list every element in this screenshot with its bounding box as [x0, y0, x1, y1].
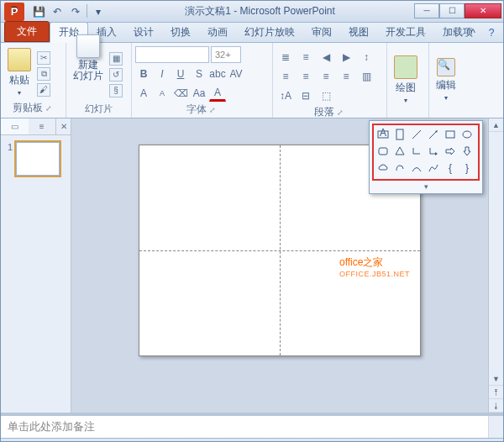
text-direction-button[interactable]: ↕A: [276, 87, 295, 104]
cut-icon[interactable]: ✂: [37, 51, 50, 65]
numbering-button[interactable]: ≡: [297, 49, 315, 66]
font-family-select[interactable]: [135, 46, 209, 63]
tab-slideshow[interactable]: 幻灯片放映: [236, 23, 303, 42]
shape-freeform-icon[interactable]: [392, 160, 407, 176]
shape-rectangle-icon[interactable]: [443, 127, 458, 142]
shape-brace-left-icon[interactable]: {: [443, 160, 458, 176]
italic-button[interactable]: I: [154, 66, 171, 82]
minimize-button[interactable]: ─: [414, 3, 439, 18]
change-case-button[interactable]: Aa: [191, 85, 207, 102]
notes-placeholder[interactable]: 单击此处添加备注: [1, 416, 488, 438]
scroll-up-icon[interactable]: ▲: [489, 118, 503, 132]
columns-button[interactable]: ▥: [357, 68, 375, 85]
outline-tab[interactable]: ≡: [29, 118, 56, 134]
shadow-button[interactable]: abc: [209, 66, 226, 82]
shrink-font-button[interactable]: A: [154, 85, 171, 102]
new-slide-button[interactable]: 新建 幻灯片: [70, 63, 107, 83]
spacing-button[interactable]: AV: [228, 66, 244, 82]
save-icon[interactable]: 💾: [31, 4, 46, 19]
undo-icon[interactable]: ↶: [50, 4, 65, 19]
tab-developer[interactable]: 开发工具: [377, 23, 434, 42]
group-drawing: 绘图▾: [387, 43, 429, 118]
scroll-down-icon[interactable]: ▼: [489, 372, 503, 386]
shape-triangle-icon[interactable]: [392, 144, 407, 159]
paste-button[interactable]: 粘贴▾: [4, 46, 34, 98]
help-icon[interactable]: ?: [485, 26, 498, 39]
shape-down-arrow-icon[interactable]: [459, 144, 475, 159]
thumbnail-number: 1: [8, 142, 13, 176]
font-size-select[interactable]: 32+: [211, 46, 241, 63]
dialog-launcher-icon[interactable]: ⤢: [45, 104, 54, 113]
bold-button[interactable]: B: [135, 66, 152, 82]
tab-animations[interactable]: 动画: [199, 23, 236, 42]
tab-review[interactable]: 审阅: [303, 23, 340, 42]
qat-customize-icon[interactable]: ▾: [91, 4, 106, 19]
slide-thumbnail[interactable]: 1: [8, 142, 64, 176]
copy-icon[interactable]: ⧉: [37, 67, 50, 81]
shapes-more-icon[interactable]: ▾: [372, 182, 480, 191]
scroll-track[interactable]: [489, 132, 503, 372]
line-spacing-button[interactable]: ↕: [357, 49, 375, 66]
shape-cloud-icon[interactable]: [375, 160, 391, 176]
clear-format-button[interactable]: ⌫: [172, 85, 189, 102]
redo-icon[interactable]: ↷: [68, 4, 83, 19]
slide-editor[interactable]: office之家 OFFICE.JB51.NET A: [71, 118, 488, 413]
drawing-button[interactable]: 绘图▾: [391, 54, 421, 106]
new-slide-icon: [76, 34, 100, 58]
shape-curve-icon[interactable]: [426, 160, 441, 176]
tab-view[interactable]: 视图: [340, 23, 377, 42]
tab-file[interactable]: 文件: [4, 21, 50, 42]
next-slide-icon[interactable]: ⭳: [489, 399, 503, 413]
svg-rect-8: [379, 148, 387, 155]
window-controls: ─ ☐ ✕: [414, 3, 501, 20]
align-center-button[interactable]: ≡: [297, 68, 315, 85]
align-right-button[interactable]: ≡: [317, 68, 335, 85]
prev-slide-icon[interactable]: ⭱: [489, 386, 503, 399]
quick-access-toolbar: 💾 ↶ ↷ ▾: [31, 4, 106, 19]
tab-transitions[interactable]: 切换: [162, 23, 199, 42]
shape-textbox-icon[interactable]: A: [375, 127, 391, 142]
shape-rounded-rect-icon[interactable]: [375, 144, 391, 159]
group-font: 32+ B I U S abc AV A A ⌫ Aa A 字体 ⤢: [132, 43, 273, 118]
vertical-scrollbar[interactable]: ▲ ▼ ⭱ ⭳: [488, 118, 503, 413]
justify-button[interactable]: ≡: [337, 68, 355, 85]
notes-pane[interactable]: 单击此处添加备注: [1, 413, 503, 438]
watermark: office之家 OFFICE.JB51.NET: [339, 255, 410, 278]
layout-icon[interactable]: ▦: [109, 52, 123, 66]
workspace: ▭ ≡ ✕ 1 office之家 OFFICE.JB51.NET A: [1, 118, 503, 413]
notes-scrollbar[interactable]: [488, 416, 503, 438]
svg-text:A: A: [380, 129, 386, 139]
dialog-launcher-icon[interactable]: ⤢: [209, 106, 218, 114]
align-left-button[interactable]: ≡: [276, 68, 295, 85]
maximize-button[interactable]: ☐: [439, 3, 465, 18]
shape-brace-right-icon[interactable]: }: [459, 160, 475, 176]
shape-oval-icon[interactable]: [459, 127, 475, 142]
editing-button[interactable]: 🔍编辑▾: [433, 56, 459, 103]
section-icon[interactable]: §: [109, 84, 123, 97]
shape-block-arrow-icon[interactable]: [443, 144, 458, 159]
underline-button[interactable]: U: [172, 66, 189, 82]
shape-arc-icon[interactable]: [409, 160, 424, 176]
grow-font-button[interactable]: A: [135, 85, 152, 102]
separator: [87, 4, 87, 18]
tab-design[interactable]: 设计: [125, 23, 162, 42]
shape-connector-elbow-icon[interactable]: [409, 144, 424, 159]
smartart-button[interactable]: ⬚: [317, 87, 335, 104]
indent-inc-button[interactable]: ▶: [337, 49, 355, 66]
dialog-launcher-icon[interactable]: ⤢: [337, 108, 345, 117]
shape-arrow-line-icon[interactable]: [426, 127, 441, 142]
ribbon-minimize-icon[interactable]: ^: [466, 26, 480, 39]
align-text-button[interactable]: ⊟: [297, 87, 315, 104]
shape-line-icon[interactable]: [409, 127, 424, 142]
shape-connector-arrow-icon[interactable]: [426, 144, 441, 159]
bullets-button[interactable]: ≣: [276, 49, 295, 66]
indent-dec-button[interactable]: ◀: [317, 49, 335, 66]
shape-vtextbox-icon[interactable]: [392, 127, 407, 142]
font-color-button[interactable]: A: [209, 85, 226, 102]
pane-close-icon[interactable]: ✕: [55, 118, 71, 134]
reset-icon[interactable]: ↺: [109, 68, 123, 82]
strike-button[interactable]: S: [191, 66, 207, 82]
slides-tab[interactable]: ▭: [1, 118, 29, 134]
close-button[interactable]: ✕: [465, 3, 501, 18]
format-painter-icon[interactable]: 🖌: [37, 83, 50, 97]
